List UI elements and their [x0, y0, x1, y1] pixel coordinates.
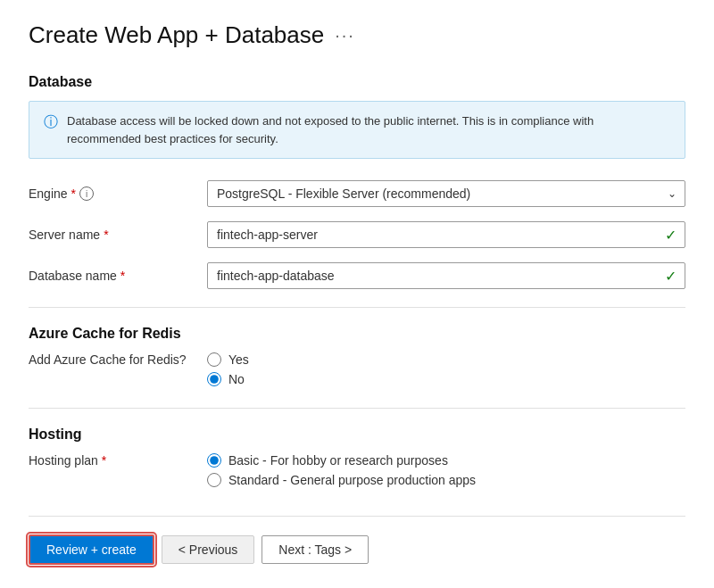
redis-radio-row: Add Azure Cache for Redis? Yes No	[29, 352, 685, 386]
review-create-button[interactable]: Review + create	[29, 534, 154, 565]
redis-section-title: Azure Cache for Redis	[29, 326, 685, 342]
hosting-required-star: *	[102, 453, 106, 468]
engine-select-wrapper: PostgreSQL - Flexible Server (recommende…	[207, 180, 685, 207]
info-icon: ⓘ	[44, 113, 58, 132]
hosting-radio-options: Basic - For hobby or research purposes S…	[207, 453, 476, 487]
database-name-input-wrapper: ✓	[207, 262, 685, 289]
database-name-input[interactable]	[207, 262, 685, 289]
hosting-standard-option[interactable]: Standard - General purpose production ap…	[207, 473, 476, 487]
next-button[interactable]: Next : Tags >	[262, 535, 369, 564]
redis-no-radio[interactable]	[207, 372, 221, 386]
database-name-row: Database name * ✓	[29, 262, 685, 289]
previous-button[interactable]: < Previous	[162, 535, 255, 564]
divider-2	[29, 408, 685, 409]
engine-row: Engine * i PostgreSQL - Flexible Server …	[29, 180, 685, 207]
engine-select[interactable]: PostgreSQL - Flexible Server (recommende…	[207, 180, 685, 207]
title-menu-icon[interactable]: ···	[335, 25, 355, 46]
redis-yes-option[interactable]: Yes	[207, 352, 249, 367]
redis-yes-radio[interactable]	[207, 352, 221, 367]
divider-1	[29, 307, 685, 308]
server-name-checkmark-icon: ✓	[665, 227, 677, 244]
server-name-required-star: *	[104, 228, 108, 242]
redis-radio-options: Yes No	[207, 352, 249, 386]
server-name-label: Server name *	[29, 228, 207, 242]
engine-label: Engine * i	[29, 186, 207, 201]
redis-section: Azure Cache for Redis Add Azure Cache fo…	[29, 326, 685, 386]
engine-info-icon[interactable]: i	[79, 186, 94, 201]
server-name-input[interactable]	[207, 221, 685, 248]
database-name-label: Database name *	[29, 269, 207, 283]
hosting-section: Hosting Hosting plan * Basic - For hobby…	[29, 427, 685, 487]
hosting-section-title: Hosting	[29, 427, 685, 443]
hosting-standard-radio[interactable]	[207, 473, 221, 487]
hosting-plan-label: Hosting plan *	[29, 453, 207, 468]
hosting-basic-radio[interactable]	[207, 453, 221, 468]
database-name-required-star: *	[120, 269, 125, 283]
redis-label: Add Azure Cache for Redis?	[29, 352, 207, 367]
page-title: Create Web App + Database	[29, 21, 324, 49]
hosting-radio-row: Hosting plan * Basic - For hobby or rese…	[29, 453, 685, 487]
database-section-title: Database	[29, 74, 685, 90]
footer-bar: Review + create < Previous Next : Tags >	[29, 516, 685, 565]
server-name-input-wrapper: ✓	[207, 221, 685, 248]
engine-required-star: *	[71, 186, 76, 201]
server-name-row: Server name * ✓	[29, 221, 685, 248]
hosting-basic-option[interactable]: Basic - For hobby or research purposes	[207, 453, 476, 468]
info-banner: ⓘ Database access will be locked down an…	[29, 101, 685, 159]
info-banner-text: Database access will be locked down and …	[67, 112, 670, 147]
redis-no-option[interactable]: No	[207, 372, 249, 386]
database-name-checkmark-icon: ✓	[665, 268, 677, 285]
